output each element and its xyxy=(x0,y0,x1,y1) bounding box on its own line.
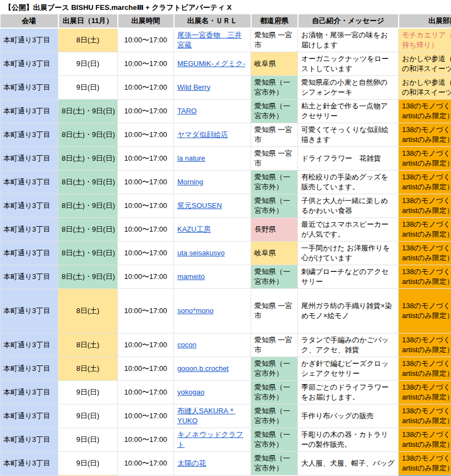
message-cell: 子供と大人が一緒に楽しめるかわいい食器 xyxy=(298,194,399,217)
booth-area-cell: 138のモノづく artistのみ限定） xyxy=(399,451,451,475)
message-cell: 尾州ガラ紡の手織り雑貨×染めモノ×絵モノ xyxy=(298,288,399,333)
date-cell: 8日(土)・9日(日) xyxy=(58,170,118,194)
booth-line-2: artistのみ限定） xyxy=(402,182,451,192)
venue-cell: 本町通り3丁目 xyxy=(1,52,58,75)
time-cell: 10:00〜17:00 xyxy=(118,451,174,475)
exhibitor-link[interactable]: 太陽の花 xyxy=(177,459,206,467)
booth-line-2: artistのみ限定） xyxy=(402,135,451,145)
booth-line-1: 138のモノづく xyxy=(402,382,451,392)
exhibitor-link[interactable]: 布縫人SAKURA＊YUKO xyxy=(177,407,235,425)
exhibitor-link[interactable]: Morning xyxy=(177,178,203,186)
exhibitor-link[interactable]: yokogao xyxy=(177,388,204,396)
name-cell: 窯元SOUSEN xyxy=(174,194,251,217)
prefecture-cell: 愛知県 一宮市 xyxy=(251,28,298,52)
name-cell: Morning xyxy=(174,170,251,194)
venue-cell: 本町通り3丁目 xyxy=(1,357,58,380)
name-cell: MEGUMiK-メグミク- xyxy=(174,52,251,75)
booth-line-1: 138のモノづく xyxy=(402,359,451,369)
booth-line-2: artistのみ限定） xyxy=(402,311,451,321)
message-cell: 季節ごとのドライフラワーをお届けします。 xyxy=(298,380,399,404)
booth-area-cell: 138のモノづく artistのみ限定） xyxy=(399,217,451,241)
booth-area-cell: 138のモノづく artistのみ限定） xyxy=(399,380,451,404)
name-cell: yokogao xyxy=(174,380,251,404)
booth-line-2: artistのみ限定） xyxy=(402,206,451,216)
exhibitors-table: 会場 出展日（11月） 出展時間 出展名・ＵＲＬ 都道府県 自己紹介・メッセージ… xyxy=(0,14,451,476)
venue-cell: 本町通り3丁目 xyxy=(1,146,58,170)
name-cell: 尾張一宮香物 三井宮蔵 xyxy=(174,28,251,52)
time-cell: 10:00〜17:00 xyxy=(118,194,174,217)
exhibitor-link[interactable]: 窯元SOUSEN xyxy=(177,201,222,210)
booth-line-2: artistのみ限定） xyxy=(402,277,451,287)
booth-line-1: 138のモノづく xyxy=(402,430,451,440)
booth-line-1: 138のモノづく xyxy=(402,196,451,206)
exhibitor-link[interactable]: MEGUMiK-メグミク- xyxy=(177,59,245,68)
booth-area-cell: 138のモノづく artistのみ限定） xyxy=(399,170,451,194)
name-cell: 布縫人SAKURA＊YUKO xyxy=(174,404,251,428)
booth-area-cell: モチカエリア（ 持ち帰り） xyxy=(399,28,451,52)
prefecture-cell: 岐阜県 xyxy=(251,241,298,265)
prefecture-cell: 愛知県（一宮市外） xyxy=(251,380,298,404)
prefecture-cell: 愛知県 一宮市 xyxy=(251,288,298,333)
table-row: 本町通り3丁目 8日(土)・9日(日) 10:00〜17:00 uta seis… xyxy=(1,241,451,265)
booth-line-1: 138のモノづく xyxy=(402,453,451,463)
exhibitor-link[interactable]: ヤマダ似顔絵店 xyxy=(177,130,228,139)
date-cell: 8日(土)・9日(日) xyxy=(58,194,118,217)
prefecture-cell: 愛知県（一宮市外） xyxy=(251,404,298,428)
booth-line-1: 138のモノづく xyxy=(402,220,451,229)
booth-area-cell: 138のモノづく artistのみ限定） xyxy=(399,265,451,288)
booth-area-cell: 138のモノづく artistのみ限定） xyxy=(399,146,451,170)
column-header-venue: 会場 xyxy=(1,14,58,28)
time-cell: 10:00〜17:00 xyxy=(118,265,174,288)
prefecture-cell: 岐阜県 xyxy=(251,52,298,75)
date-cell: 8日(土)・9日(日) xyxy=(58,146,118,170)
date-cell: 8日(土)・9日(日) xyxy=(58,217,118,241)
date-cell: 9日(日) xyxy=(58,404,118,428)
booth-line-2: artistのみ限定） xyxy=(402,111,451,121)
time-cell: 10:00〜17:00 xyxy=(118,241,174,265)
exhibitor-link[interactable]: 尾張一宮香物 三井宮蔵 xyxy=(177,31,242,49)
booth-line-2: artistのみ限定） xyxy=(402,253,451,263)
venue-cell: 本町通り3丁目 xyxy=(1,99,58,123)
booth-line-1: 138のモノづく xyxy=(402,335,451,345)
time-cell: 10:00〜17:00 xyxy=(118,75,174,99)
table-row: 本町通り3丁目 8日(土)・9日(日) 10:00〜17:00 ヤマダ似顔絵店 … xyxy=(1,123,451,146)
table-row: 本町通り3丁目 8日(土) 10:00〜17:00 gooon.b.croche… xyxy=(1,357,451,380)
exhibitor-link[interactable]: TARO xyxy=(177,107,197,115)
table-row: 本町通り3丁目 8日(土)・9日(日) 10:00〜17:00 窯元SOUSEN… xyxy=(1,194,451,217)
booth-line-1: 138のモノづく xyxy=(402,267,451,277)
booth-area-cell: 138のモノづく artistのみ限定） xyxy=(399,241,451,265)
date-cell: 8日(土)・9日(日) xyxy=(58,99,118,123)
date-cell: 8日(土)・9日(日) xyxy=(58,123,118,146)
message-cell: 有松絞りの手染めグッズを販売しています。 xyxy=(298,170,399,194)
booth-area-cell: おかしや参道（ の和洋スイーツ xyxy=(399,75,451,99)
venue-cell: 本町通り3丁目 xyxy=(1,288,58,333)
exhibitor-link[interactable]: la nature xyxy=(177,154,205,162)
column-header-message: 自己紹介・メッセージ xyxy=(298,14,399,28)
venue-cell: 本町通り3丁目 xyxy=(1,404,58,428)
message-cell: オーガニックナッツをローストしています xyxy=(298,52,399,75)
booth-line-1: おかしや参道（ xyxy=(402,54,451,64)
venue-cell: 本町通り3丁目 xyxy=(1,75,58,99)
exhibitor-link[interactable]: KAZU工房 xyxy=(177,225,211,233)
date-cell: 8日(土) xyxy=(58,333,118,357)
name-cell: uta seisakusyo xyxy=(174,241,251,265)
booth-line-2: の和洋スイーツ xyxy=(402,64,451,74)
exhibitor-link[interactable]: Wild Berry xyxy=(177,83,210,91)
venue-cell: 本町通り3丁目 xyxy=(1,451,58,475)
exhibitor-link[interactable]: uta seisakusyo xyxy=(177,249,225,257)
exhibitor-link[interactable]: gooon.b.crochet xyxy=(177,364,229,373)
booth-area-cell: 138のモノづく artistのみ限定） xyxy=(399,333,451,357)
booth-line-2: artistのみ限定） xyxy=(402,463,451,473)
exhibitor-link[interactable]: mameito xyxy=(177,272,205,281)
column-header-name-url: 出展名・ＵＲＬ xyxy=(174,14,251,28)
date-cell: 9日(日) xyxy=(58,451,118,475)
message-cell: 刺繍ブローチなどのアクセサリー xyxy=(298,265,399,288)
table-row: 本町通り3丁目 8日(土)・9日(日) 10:00〜17:00 Morning … xyxy=(1,170,451,194)
prefecture-cell: 愛知県（一宮市外） xyxy=(251,357,298,380)
date-cell: 8日(土)・9日(日) xyxy=(58,265,118,288)
exhibitor-link[interactable]: sono*mono xyxy=(177,307,214,315)
exhibitor-link[interactable]: cocon xyxy=(177,341,197,349)
exhibitor-link[interactable]: キノネウッドクラフト xyxy=(177,430,243,448)
message-cell: 粘土と針金で作る一点物アクセサリー xyxy=(298,99,399,123)
name-cell: ヤマダ似顔絵店 xyxy=(174,123,251,146)
